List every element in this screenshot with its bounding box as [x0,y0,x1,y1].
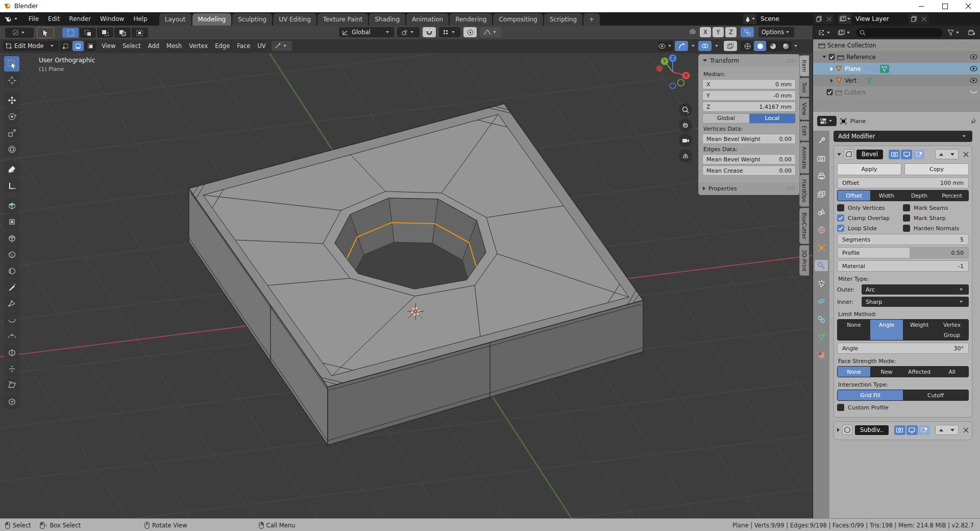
menu-render[interactable]: Render [64,12,95,26]
visibility-gizmo-dropdown[interactable] [658,41,673,51]
median-x-field[interactable]: X 0 mm [702,79,796,89]
menu-uv[interactable]: UV [254,42,269,50]
width-type-depth[interactable]: Depth [903,190,936,201]
eye-open-icon[interactable] [970,66,977,71]
clamp-overlap-checkbox[interactable]: Clamp Overlap [837,214,903,222]
tab-view[interactable]: View [799,98,809,120]
collapse-icon[interactable] [837,153,841,156]
menu-view[interactable]: View [98,42,119,50]
mark-sharp-checkbox[interactable]: Mark Sharp [903,214,969,222]
width-type-width[interactable]: Width [870,190,903,201]
snap-extra-toggle[interactable] [741,27,754,37]
miter-inner-dropdown[interactable]: Sharp [862,297,969,307]
edge-mean-crease-field[interactable]: Mean Crease 0.00 [702,165,796,176]
outliner-filter-id-dropdown[interactable] [836,28,853,38]
eye-closed-icon[interactable] [970,90,977,94]
vertex-select-mode-icon[interactable] [60,41,71,51]
edge-select-mode-icon[interactable] [72,41,84,51]
modifier-name-field[interactable]: Subdiv.. [855,425,889,435]
tab-object-data-icon[interactable] [815,331,828,343]
intersection-grid-fill[interactable]: Grid Fill [838,390,903,400]
tab-view-layer-icon[interactable] [815,188,828,200]
tab-3d-print[interactable]: 3D-Print [799,245,809,276]
zoom-icon[interactable] [679,103,692,116]
menu-edge[interactable]: Edge [211,42,233,50]
tool-annotate[interactable] [4,161,19,177]
tool-knife[interactable] [4,279,19,295]
tab-layout[interactable]: Layout [159,13,191,26]
shading-material-icon[interactable] [767,41,779,51]
proportional-editing-toggle[interactable] [463,27,477,37]
face-select-mode-icon[interactable] [85,41,96,51]
axis-navigator[interactable]: Z X Y [653,54,699,95]
tab-constraints-icon[interactable] [815,313,828,325]
move-modifier-up-button[interactable] [936,425,947,435]
width-type-percent[interactable]: Percent [936,190,968,201]
copy-button[interactable]: Copy [904,163,969,175]
space-global-button[interactable]: Global [703,114,749,123]
mark-seams-checkbox[interactable]: Mark Seams [903,204,969,211]
limit-vertex-group[interactable]: Vertex Group [936,320,968,340]
tab-particles-icon[interactable] [815,278,828,289]
tab-shading[interactable]: Shading [369,13,405,26]
overlays-toggle[interactable] [698,41,712,51]
segments-field[interactable]: Segments 5 [837,234,969,245]
tab-compositing[interactable]: Compositing [493,13,543,26]
editmode-visibility-toggle[interactable] [913,150,924,159]
tool-cursor[interactable] [4,73,19,88]
face-strength-new[interactable]: New [870,367,903,377]
tool-select-box[interactable] [4,56,19,71]
face-strength-affected[interactable]: Affected [903,367,936,377]
tool-move[interactable] [4,92,19,108]
properties-panel-header[interactable]: Properties [699,183,799,194]
vertex-mean-bevel-field[interactable]: Mean Bevel Weight 0.00 [702,134,796,144]
tab-sculpting[interactable]: Sculpting [232,13,272,26]
median-y-field[interactable]: Y -0 mm [702,90,796,101]
view-layer-new-icon[interactable] [909,14,919,24]
checkbox-checked-icon[interactable] [826,89,833,95]
tab-world-icon[interactable] [815,224,828,235]
tab-edit[interactable]: Edit [799,121,809,140]
scene-new-icon[interactable] [814,14,824,24]
tab-uv-editing[interactable]: UV Editing [273,13,316,26]
tab-item[interactable]: Item [799,55,809,77]
menu-edit[interactable]: Edit [43,12,64,26]
tab-object-icon[interactable] [815,242,828,253]
tool-add-cube[interactable] [4,198,19,213]
menu-mesh[interactable]: Mesh [163,42,185,50]
transform-widget-dropdown[interactable] [272,41,292,51]
space-local-button[interactable]: Local [749,114,796,123]
tool-shrink-fatten[interactable] [4,361,19,376]
delete-modifier-icon[interactable] [963,427,969,433]
tool-shear[interactable] [4,377,19,393]
width-type-offset[interactable]: Offset [838,190,870,201]
row-cutters[interactable]: Cutters [813,86,980,98]
miter-outer-dropdown[interactable]: Arc [862,284,969,295]
loop-slide-checkbox[interactable]: Loop Slide [837,225,903,232]
tab-tool-icon[interactable] [815,135,828,146]
select-mode-intersect-icon[interactable] [132,28,148,38]
blender-menu-icon[interactable] [0,16,24,22]
close-button[interactable] [957,0,980,12]
row-vert[interactable]: Vert [813,75,980,86]
only-vertices-checkbox[interactable]: Only Vertices [837,204,903,211]
row-scene-collection[interactable]: Scene Collection [813,39,980,51]
mirror-z-button[interactable]: Z [725,27,737,37]
pivot-point-dropdown[interactable] [397,27,420,37]
shading-wireframe-icon[interactable] [741,41,753,51]
limit-weight[interactable]: Weight [903,320,936,340]
tab-modifiers-icon[interactable] [815,260,828,271]
transform-panel-header[interactable]: Transform [699,55,799,66]
select-mode-extend-icon[interactable] [80,28,96,38]
expand-icon[interactable] [830,79,833,83]
pin-icon[interactable] [970,118,976,125]
menu-window[interactable]: Window [95,12,129,26]
drag-dots-icon[interactable] [787,186,795,190]
tool-poly-build[interactable] [4,296,19,311]
eye-open-icon[interactable] [970,54,977,60]
active-tool-dropdown[interactable] [5,28,34,38]
render-visibility-toggle[interactable] [889,150,900,159]
tab-tool[interactable]: Tool [799,78,809,97]
tab-animate[interactable]: Animate [799,142,809,174]
move-modifier-down-button[interactable] [947,150,958,159]
